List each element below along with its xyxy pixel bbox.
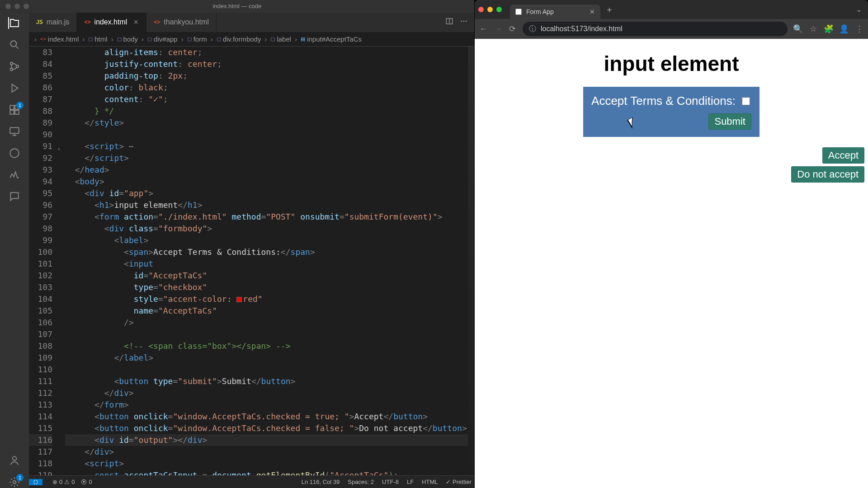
svg-point-3 bbox=[16, 65, 19, 67]
breadcrumb-item[interactable]: form bbox=[193, 35, 207, 43]
status-ports[interactable]: ⦿ 0 bbox=[81, 479, 92, 485]
traffic-close-icon[interactable] bbox=[5, 4, 11, 9]
breadcrumb[interactable]: › <> index.html › ▢ html › ▢ body › ▢ di… bbox=[29, 32, 474, 47]
accept-tacs-checkbox[interactable] bbox=[742, 97, 750, 105]
activity-cloud-icon[interactable] bbox=[9, 147, 20, 159]
status-indentation[interactable]: Spaces: 2 bbox=[348, 479, 374, 485]
code-content[interactable]: align-items: center; justify-content: ce… bbox=[61, 47, 474, 476]
reload-button-icon[interactable]: ⟳ bbox=[508, 25, 516, 33]
svg-point-9 bbox=[10, 149, 19, 158]
activity-settings-icon[interactable]: 1 bbox=[9, 476, 20, 488]
traffic-minimize-icon[interactable] bbox=[14, 4, 20, 9]
new-tab-button[interactable]: ＋ bbox=[604, 4, 615, 15]
close-icon[interactable]: ✕ bbox=[590, 8, 595, 15]
status-remote-indicator[interactable] bbox=[29, 479, 42, 485]
activity-scm-icon[interactable] bbox=[9, 61, 20, 72]
status-formatter[interactable]: ✓ Prettier bbox=[446, 479, 472, 485]
accept-button[interactable]: Accept bbox=[822, 147, 864, 164]
profile-icon[interactable]: 👤 bbox=[840, 25, 848, 33]
symbol-icon: ▢ bbox=[270, 36, 275, 42]
activity-debug-icon[interactable] bbox=[9, 82, 20, 94]
breadcrumb-item[interactable]: input#AcceptTaCs bbox=[307, 35, 362, 43]
status-encoding[interactable]: UTF-8 bbox=[382, 479, 399, 485]
breadcrumb-item[interactable]: html bbox=[94, 35, 107, 43]
menu-icon[interactable]: ⋮ bbox=[855, 25, 863, 33]
activity-explorer-icon[interactable] bbox=[8, 17, 20, 29]
editor-area[interactable]: 838485868788899091›929394959697989910010… bbox=[29, 47, 474, 476]
status-eol[interactable]: LF bbox=[407, 479, 414, 485]
activity-chat-icon[interactable] bbox=[9, 191, 20, 202]
js-file-icon: JS bbox=[36, 19, 43, 25]
traffic-close-icon[interactable] bbox=[478, 7, 484, 12]
bookmark-icon[interactable]: ☆ bbox=[809, 25, 817, 33]
activity-account-icon[interactable] bbox=[9, 455, 20, 466]
back-button-icon[interactable]: ← bbox=[479, 25, 487, 33]
traffic-minimize-icon[interactable] bbox=[487, 7, 493, 12]
status-bar: ⊗ 0 ⚠ 0 ⦿ 0 Ln 116, Col 39 Spaces: 2 bbox=[29, 475, 474, 488]
split-editor-icon[interactable] bbox=[445, 17, 453, 27]
breadcrumb-item[interactable]: body bbox=[123, 35, 138, 43]
line-number-gutter: 838485868788899091›929394959697989910010… bbox=[29, 47, 61, 476]
side-button-group: Accept Do not accept bbox=[791, 147, 864, 183]
site-info-icon[interactable]: ⓘ bbox=[529, 24, 536, 34]
address-bar[interactable]: ⓘ localhost:5173/index.html bbox=[523, 22, 788, 36]
symbol-icon: ▢ bbox=[88, 36, 93, 42]
breadcrumb-item[interactable]: div#app bbox=[154, 35, 178, 43]
activity-settings-badge: 1 bbox=[16, 474, 24, 481]
svg-point-15 bbox=[466, 21, 467, 22]
browser-tab[interactable]: Form App ✕ bbox=[510, 5, 600, 19]
do-not-accept-button[interactable]: Do not accept bbox=[791, 166, 864, 183]
activity-bar: 1 1 bbox=[0, 13, 29, 488]
rendered-page: input element Accept Terms & Conditions:… bbox=[475, 39, 868, 488]
activity-extensions-badge: 1 bbox=[16, 102, 24, 109]
browser-tab-title: Form App bbox=[526, 8, 554, 15]
breadcrumb-item[interactable]: label bbox=[277, 35, 291, 43]
activity-monitor-icon[interactable] bbox=[9, 169, 20, 181]
minimap[interactable] bbox=[468, 47, 474, 476]
warning-icon: ⚠ bbox=[64, 479, 70, 485]
browser-traffic-lights[interactable] bbox=[478, 7, 502, 12]
svg-rect-7 bbox=[15, 110, 19, 114]
activity-extensions-icon[interactable]: 1 bbox=[9, 104, 20, 116]
tab-index-html[interactable]: <> index.html ✕ bbox=[77, 13, 146, 32]
vscode-traffic-lights[interactable] bbox=[5, 4, 29, 9]
tabstrip-dropdown-icon[interactable]: ⌄ bbox=[856, 6, 864, 13]
status-error-count: 0 bbox=[59, 479, 62, 485]
breadcrumb-item[interactable]: index.html bbox=[48, 35, 79, 43]
activity-remote-icon[interactable] bbox=[9, 126, 20, 137]
status-cursor-position[interactable]: Ln 116, Col 39 bbox=[302, 479, 340, 485]
svg-rect-4 bbox=[10, 105, 14, 109]
svg-point-0 bbox=[10, 41, 16, 47]
traffic-zoom-icon[interactable] bbox=[24, 4, 29, 9]
tab-thankyou-html[interactable]: <> thankyou.html bbox=[146, 13, 217, 32]
more-actions-icon[interactable] bbox=[460, 17, 468, 27]
form-container: Accept Terms & Conditions: Submit bbox=[583, 87, 760, 137]
zoom-icon[interactable]: 🔍 bbox=[794, 25, 802, 33]
vscode-window: index.html — code 1 bbox=[0, 0, 475, 488]
status-language[interactable]: HTML bbox=[422, 479, 438, 485]
symbol-icon: ▤ bbox=[301, 36, 305, 42]
extensions-icon[interactable]: 🧩 bbox=[825, 25, 833, 33]
svg-point-14 bbox=[463, 21, 465, 22]
forward-button-icon[interactable]: → bbox=[494, 25, 502, 33]
breadcrumb-item[interactable]: div.formbody bbox=[223, 35, 261, 43]
svg-rect-8 bbox=[10, 127, 19, 133]
svg-point-10 bbox=[13, 456, 17, 460]
submit-button[interactable]: Submit bbox=[708, 113, 751, 130]
address-bar-url: localhost:5173/index.html bbox=[541, 25, 623, 33]
html-file-icon: <> bbox=[84, 19, 90, 25]
vscode-window-title: index.html — code bbox=[213, 3, 262, 9]
checkbox-label-text: Accept Terms & Conditions: bbox=[591, 94, 736, 108]
traffic-zoom-icon[interactable] bbox=[496, 7, 502, 12]
browser-window: Form App ✕ ＋ ⌄ ← → ⟳ ⓘ localhost:5173/in… bbox=[475, 0, 868, 488]
browser-tabstrip: Form App ✕ ＋ ⌄ bbox=[475, 0, 868, 19]
tab-main-js[interactable]: JS main.js bbox=[29, 13, 77, 32]
close-icon[interactable]: ✕ bbox=[133, 19, 139, 26]
check-icon: ✓ bbox=[446, 479, 451, 485]
tab-label: thankyou.html bbox=[164, 18, 209, 26]
broadcast-icon: ⦿ bbox=[81, 479, 87, 485]
status-problems[interactable]: ⊗ 0 ⚠ 0 bbox=[52, 479, 75, 485]
activity-search-icon[interactable] bbox=[9, 39, 20, 51]
symbol-icon: ▢ bbox=[147, 36, 152, 42]
accept-tacs-label[interactable]: Accept Terms & Conditions: bbox=[591, 94, 751, 108]
